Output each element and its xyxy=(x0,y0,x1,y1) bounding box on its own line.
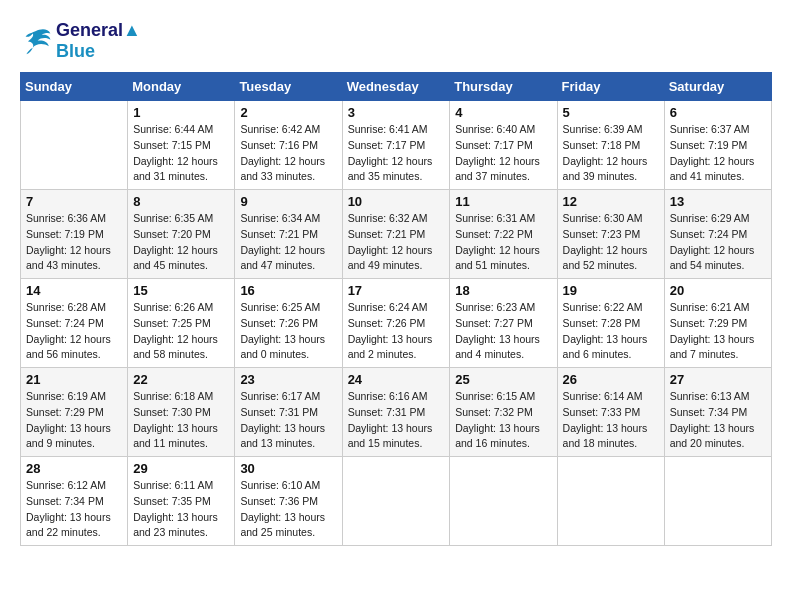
day-number: 5 xyxy=(563,105,659,120)
calendar-week-row: 28Sunrise: 6:12 AMSunset: 7:34 PMDayligh… xyxy=(21,457,772,546)
day-number: 25 xyxy=(455,372,551,387)
day-number: 26 xyxy=(563,372,659,387)
calendar-cell: 18Sunrise: 6:23 AMSunset: 7:27 PMDayligh… xyxy=(450,279,557,368)
calendar-cell: 3Sunrise: 6:41 AMSunset: 7:17 PMDaylight… xyxy=(342,101,450,190)
calendar-cell: 9Sunrise: 6:34 AMSunset: 7:21 PMDaylight… xyxy=(235,190,342,279)
calendar-cell: 13Sunrise: 6:29 AMSunset: 7:24 PMDayligh… xyxy=(664,190,771,279)
calendar-cell: 20Sunrise: 6:21 AMSunset: 7:29 PMDayligh… xyxy=(664,279,771,368)
day-info: Sunrise: 6:40 AMSunset: 7:17 PMDaylight:… xyxy=(455,122,551,185)
calendar-cell: 2Sunrise: 6:42 AMSunset: 7:16 PMDaylight… xyxy=(235,101,342,190)
calendar-week-row: 1Sunrise: 6:44 AMSunset: 7:15 PMDaylight… xyxy=(21,101,772,190)
day-info: Sunrise: 6:22 AMSunset: 7:28 PMDaylight:… xyxy=(563,300,659,363)
calendar-cell: 15Sunrise: 6:26 AMSunset: 7:25 PMDayligh… xyxy=(128,279,235,368)
calendar-cell: 25Sunrise: 6:15 AMSunset: 7:32 PMDayligh… xyxy=(450,368,557,457)
day-number: 20 xyxy=(670,283,766,298)
day-number: 4 xyxy=(455,105,551,120)
day-number: 28 xyxy=(26,461,122,476)
day-info: Sunrise: 6:34 AMSunset: 7:21 PMDaylight:… xyxy=(240,211,336,274)
day-number: 11 xyxy=(455,194,551,209)
calendar-cell: 1Sunrise: 6:44 AMSunset: 7:15 PMDaylight… xyxy=(128,101,235,190)
calendar-cell: 8Sunrise: 6:35 AMSunset: 7:20 PMDaylight… xyxy=(128,190,235,279)
calendar-cell xyxy=(342,457,450,546)
day-number: 12 xyxy=(563,194,659,209)
calendar-week-row: 14Sunrise: 6:28 AMSunset: 7:24 PMDayligh… xyxy=(21,279,772,368)
day-info: Sunrise: 6:32 AMSunset: 7:21 PMDaylight:… xyxy=(348,211,445,274)
day-info: Sunrise: 6:12 AMSunset: 7:34 PMDaylight:… xyxy=(26,478,122,541)
page-header: General▲ Blue xyxy=(20,20,772,62)
day-number: 8 xyxy=(133,194,229,209)
day-info: Sunrise: 6:18 AMSunset: 7:30 PMDaylight:… xyxy=(133,389,229,452)
calendar-cell: 22Sunrise: 6:18 AMSunset: 7:30 PMDayligh… xyxy=(128,368,235,457)
day-info: Sunrise: 6:44 AMSunset: 7:15 PMDaylight:… xyxy=(133,122,229,185)
day-info: Sunrise: 6:14 AMSunset: 7:33 PMDaylight:… xyxy=(563,389,659,452)
day-number: 16 xyxy=(240,283,336,298)
calendar-table: SundayMondayTuesdayWednesdayThursdayFrid… xyxy=(20,72,772,546)
day-info: Sunrise: 6:10 AMSunset: 7:36 PMDaylight:… xyxy=(240,478,336,541)
calendar-cell: 27Sunrise: 6:13 AMSunset: 7:34 PMDayligh… xyxy=(664,368,771,457)
calendar-cell: 30Sunrise: 6:10 AMSunset: 7:36 PMDayligh… xyxy=(235,457,342,546)
calendar-cell: 19Sunrise: 6:22 AMSunset: 7:28 PMDayligh… xyxy=(557,279,664,368)
weekday-header-friday: Friday xyxy=(557,73,664,101)
logo-text: General▲ Blue xyxy=(56,20,141,62)
day-number: 3 xyxy=(348,105,445,120)
day-info: Sunrise: 6:29 AMSunset: 7:24 PMDaylight:… xyxy=(670,211,766,274)
weekday-header-thursday: Thursday xyxy=(450,73,557,101)
calendar-cell: 16Sunrise: 6:25 AMSunset: 7:26 PMDayligh… xyxy=(235,279,342,368)
calendar-cell: 26Sunrise: 6:14 AMSunset: 7:33 PMDayligh… xyxy=(557,368,664,457)
day-number: 14 xyxy=(26,283,122,298)
day-number: 13 xyxy=(670,194,766,209)
day-info: Sunrise: 6:26 AMSunset: 7:25 PMDaylight:… xyxy=(133,300,229,363)
day-info: Sunrise: 6:11 AMSunset: 7:35 PMDaylight:… xyxy=(133,478,229,541)
calendar-cell: 6Sunrise: 6:37 AMSunset: 7:19 PMDaylight… xyxy=(664,101,771,190)
day-info: Sunrise: 6:24 AMSunset: 7:26 PMDaylight:… xyxy=(348,300,445,363)
day-info: Sunrise: 6:23 AMSunset: 7:27 PMDaylight:… xyxy=(455,300,551,363)
calendar-cell: 17Sunrise: 6:24 AMSunset: 7:26 PMDayligh… xyxy=(342,279,450,368)
weekday-header-saturday: Saturday xyxy=(664,73,771,101)
day-number: 7 xyxy=(26,194,122,209)
day-info: Sunrise: 6:17 AMSunset: 7:31 PMDaylight:… xyxy=(240,389,336,452)
logo: General▲ Blue xyxy=(20,20,141,62)
calendar-cell: 4Sunrise: 6:40 AMSunset: 7:17 PMDaylight… xyxy=(450,101,557,190)
calendar-body: 1Sunrise: 6:44 AMSunset: 7:15 PMDaylight… xyxy=(21,101,772,546)
day-info: Sunrise: 6:42 AMSunset: 7:16 PMDaylight:… xyxy=(240,122,336,185)
day-info: Sunrise: 6:39 AMSunset: 7:18 PMDaylight:… xyxy=(563,122,659,185)
day-info: Sunrise: 6:37 AMSunset: 7:19 PMDaylight:… xyxy=(670,122,766,185)
calendar-week-row: 7Sunrise: 6:36 AMSunset: 7:19 PMDaylight… xyxy=(21,190,772,279)
calendar-cell xyxy=(664,457,771,546)
weekday-header-tuesday: Tuesday xyxy=(235,73,342,101)
logo-bird-icon xyxy=(20,27,52,55)
calendar-cell xyxy=(557,457,664,546)
day-number: 27 xyxy=(670,372,766,387)
day-number: 30 xyxy=(240,461,336,476)
calendar-cell: 10Sunrise: 6:32 AMSunset: 7:21 PMDayligh… xyxy=(342,190,450,279)
calendar-cell: 5Sunrise: 6:39 AMSunset: 7:18 PMDaylight… xyxy=(557,101,664,190)
day-info: Sunrise: 6:36 AMSunset: 7:19 PMDaylight:… xyxy=(26,211,122,274)
calendar-cell xyxy=(21,101,128,190)
day-info: Sunrise: 6:28 AMSunset: 7:24 PMDaylight:… xyxy=(26,300,122,363)
day-number: 24 xyxy=(348,372,445,387)
day-number: 10 xyxy=(348,194,445,209)
day-info: Sunrise: 6:30 AMSunset: 7:23 PMDaylight:… xyxy=(563,211,659,274)
day-number: 2 xyxy=(240,105,336,120)
weekday-header-sunday: Sunday xyxy=(21,73,128,101)
day-info: Sunrise: 6:41 AMSunset: 7:17 PMDaylight:… xyxy=(348,122,445,185)
calendar-cell: 11Sunrise: 6:31 AMSunset: 7:22 PMDayligh… xyxy=(450,190,557,279)
calendar-cell: 14Sunrise: 6:28 AMSunset: 7:24 PMDayligh… xyxy=(21,279,128,368)
calendar-cell: 21Sunrise: 6:19 AMSunset: 7:29 PMDayligh… xyxy=(21,368,128,457)
day-number: 17 xyxy=(348,283,445,298)
day-info: Sunrise: 6:15 AMSunset: 7:32 PMDaylight:… xyxy=(455,389,551,452)
weekday-header-wednesday: Wednesday xyxy=(342,73,450,101)
day-number: 22 xyxy=(133,372,229,387)
weekday-header-monday: Monday xyxy=(128,73,235,101)
calendar-cell: 12Sunrise: 6:30 AMSunset: 7:23 PMDayligh… xyxy=(557,190,664,279)
calendar-cell: 24Sunrise: 6:16 AMSunset: 7:31 PMDayligh… xyxy=(342,368,450,457)
calendar-cell xyxy=(450,457,557,546)
day-number: 15 xyxy=(133,283,229,298)
calendar-week-row: 21Sunrise: 6:19 AMSunset: 7:29 PMDayligh… xyxy=(21,368,772,457)
day-number: 9 xyxy=(240,194,336,209)
day-info: Sunrise: 6:16 AMSunset: 7:31 PMDaylight:… xyxy=(348,389,445,452)
day-number: 23 xyxy=(240,372,336,387)
calendar-cell: 7Sunrise: 6:36 AMSunset: 7:19 PMDaylight… xyxy=(21,190,128,279)
day-info: Sunrise: 6:13 AMSunset: 7:34 PMDaylight:… xyxy=(670,389,766,452)
day-info: Sunrise: 6:31 AMSunset: 7:22 PMDaylight:… xyxy=(455,211,551,274)
